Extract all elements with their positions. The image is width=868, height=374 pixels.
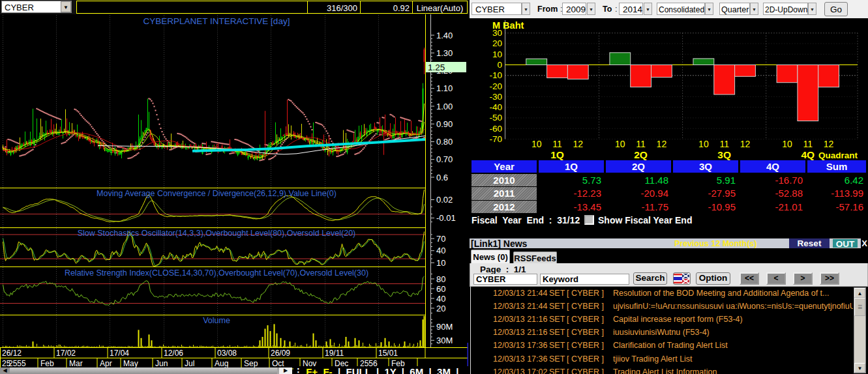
svg-text:-70: -70 xyxy=(489,134,502,144)
svg-text:0.90: 0.90 xyxy=(436,119,453,129)
svg-text:Volume: Volume xyxy=(203,316,230,325)
svg-text:-10: -10 xyxy=(489,70,502,80)
svg-text:-60: -60 xyxy=(489,124,502,134)
svg-text:-40: -40 xyxy=(489,102,502,112)
svg-text:10: 10 xyxy=(531,139,542,149)
svg-text:0.02: 0.02 xyxy=(436,195,453,205)
svg-text:-20: -20 xyxy=(489,81,502,91)
svg-text:12: 12 xyxy=(740,139,751,149)
svg-text:10: 10 xyxy=(782,139,792,149)
svg-text:2Q: 2Q xyxy=(634,149,648,160)
svg-text:1.40: 1.40 xyxy=(436,31,453,40)
svg-text:03/08: 03/08 xyxy=(217,349,237,358)
svg-text:20: 20 xyxy=(436,304,445,313)
svg-text:Slow Stochastics Oscillator(14: Slow Stochastics Oscillator(14,3,3),Over… xyxy=(78,229,356,238)
svg-text:17/02: 17/02 xyxy=(56,349,76,358)
svg-text:12/06: 12/06 xyxy=(164,349,183,358)
svg-text:Moving Average Convergence / D: Moving Average Convergence / Divergence(… xyxy=(97,189,337,198)
svg-text:M Baht: M Baht xyxy=(492,20,524,31)
svg-text:10: 10 xyxy=(698,139,709,149)
svg-text:11: 11 xyxy=(552,139,562,149)
svg-text:-0.01: -0.01 xyxy=(436,213,456,223)
svg-text:11: 11 xyxy=(636,139,646,149)
svg-text:26/12: 26/12 xyxy=(2,349,22,358)
svg-text:Jun: Jun xyxy=(155,359,168,368)
svg-text:20: 20 xyxy=(492,38,502,48)
svg-text:10: 10 xyxy=(436,258,445,268)
svg-text:Relative Strength Index(CLOSE,: Relative Strength Index(CLOSE,14,30,70),… xyxy=(65,268,368,278)
svg-text:19/11: 19/11 xyxy=(325,349,344,358)
svg-text:Jul: Jul xyxy=(185,359,194,368)
svg-text:15/01: 15/01 xyxy=(378,349,398,358)
svg-text:30M: 30M xyxy=(436,336,453,345)
svg-text:1.10: 1.10 xyxy=(436,83,453,93)
svg-text:2555: 2555 xyxy=(8,359,26,368)
svg-text:60: 60 xyxy=(436,284,445,294)
svg-text:1.30: 1.30 xyxy=(436,48,453,58)
svg-text:12: 12 xyxy=(657,139,667,149)
svg-text:0: 0 xyxy=(497,60,502,70)
svg-text:0.70: 0.70 xyxy=(436,154,453,164)
svg-text:1.25: 1.25 xyxy=(428,63,445,72)
svg-text:0.80: 0.80 xyxy=(436,137,453,147)
svg-text:90M: 90M xyxy=(436,322,453,332)
svg-text:26/09: 26/09 xyxy=(271,349,290,358)
svg-text:10: 10 xyxy=(615,139,625,149)
svg-text:4Q: 4Q xyxy=(801,149,815,160)
svg-text:-30: -30 xyxy=(489,92,502,102)
svg-text:Sep: Sep xyxy=(244,359,258,368)
svg-text:40: 40 xyxy=(436,246,445,255)
svg-text:11: 11 xyxy=(803,139,813,149)
svg-text:10: 10 xyxy=(492,50,502,59)
svg-text:70: 70 xyxy=(436,234,445,244)
svg-text:1.00: 1.00 xyxy=(436,102,453,111)
svg-text:17/04: 17/04 xyxy=(110,349,129,358)
svg-text:CYBERPLANET INTERACTIVE [day]: CYBERPLANET INTERACTIVE [day] xyxy=(143,16,290,26)
svg-text:0.6: 0.6 xyxy=(436,173,448,182)
svg-text:Feb: Feb xyxy=(40,359,54,368)
svg-text:12: 12 xyxy=(573,139,584,149)
svg-text:Apr: Apr xyxy=(100,359,112,368)
svg-text:Oct: Oct xyxy=(272,359,284,368)
svg-text:Aug: Aug xyxy=(215,359,228,368)
svg-text:Mar: Mar xyxy=(69,359,83,368)
svg-text:80: 80 xyxy=(436,274,445,284)
svg-text:12: 12 xyxy=(824,139,834,149)
svg-text:May: May xyxy=(123,359,138,368)
svg-text:1Q: 1Q xyxy=(550,149,564,160)
svg-text:40: 40 xyxy=(436,294,445,304)
svg-text:11: 11 xyxy=(719,139,729,149)
svg-text:Quadrant: Quadrant xyxy=(818,151,858,160)
svg-text:-50: -50 xyxy=(489,113,502,122)
svg-text:3Q: 3Q xyxy=(717,149,731,160)
